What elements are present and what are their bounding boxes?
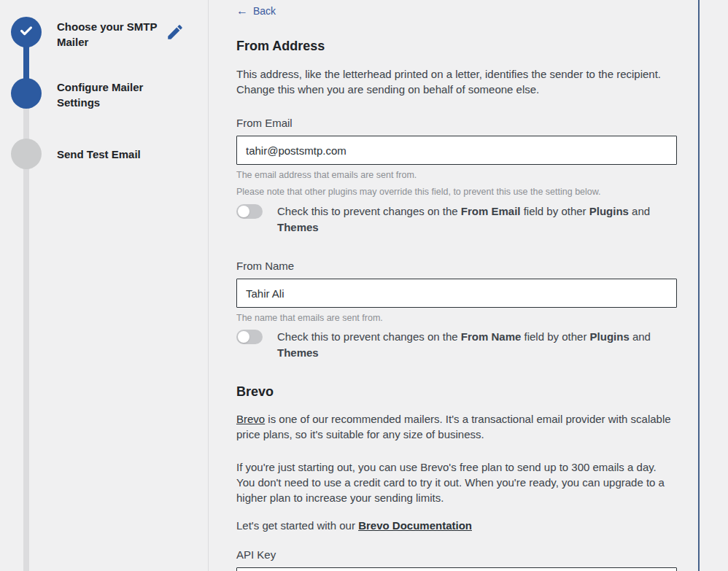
api-key-label: API Key [236,548,677,561]
from-email-force-row: Check this to prevent changes on the Fro… [236,203,677,236]
from-email-note: Please note that other plugins may overr… [236,187,677,197]
brevo-title: Brevo [236,384,677,400]
main-content: ← Back From Address This address, like t… [209,0,698,571]
toggle-text-field: From Name [461,330,522,343]
toggle-text-plugins: Plugins [590,330,630,343]
from-name-label: From Name [236,260,677,272]
from-name-force-row: Check this to prevent changes on the Fro… [236,329,677,361]
toggle-text: field by other [521,205,589,217]
smtp-setup-wizard: Choose your SMTP Mailer Configure Mailer… [0,0,728,571]
toggle-text-themes: Themes [277,346,319,359]
toggle-text-plugins: Plugins [589,205,629,217]
brevo-paragraph-2: If you're just starting out, you can use… [236,459,677,505]
from-email-label: From Email [236,117,677,129]
back-arrow-icon: ← [236,6,248,16]
step-1-label: Choose your SMTP Mailer [57,19,163,50]
stepper-sidebar: Choose your SMTP Mailer Configure Mailer… [0,0,209,571]
from-name-input[interactable] [236,279,677,308]
back-button[interactable]: ← Back [236,5,276,17]
from-address-description: This address, like the letterhead printe… [236,66,677,97]
brevo-paragraph-1-text: is one of our recommended mailers. It's … [236,413,671,440]
from-name-force-label: Check this to prevent changes on the Fro… [277,329,677,361]
from-address-title: From Address [236,39,677,54]
check-icon [18,23,34,42]
from-email-help: The email address that emails are sent f… [236,170,677,180]
step-3-circle [11,139,42,169]
api-key-input[interactable]: xkey 5b0088a34f7be-x [236,567,677,571]
brevo-paragraph-1: Brevo is one of our recommended mailers.… [236,411,677,442]
toggle-text-field: From Email [461,205,521,217]
from-email-force-toggle[interactable] [236,204,263,219]
step-3-label: Send Test Email [57,147,163,162]
brevo-documentation-link[interactable]: Brevo Documentation [358,519,472,532]
back-label: Back [253,5,276,17]
toggle-text-themes: Themes [277,221,319,233]
toggle-knob [238,331,249,343]
from-email-force-label: Check this to prevent changes on the Fro… [277,203,677,236]
from-name-force-toggle[interactable] [236,330,263,344]
step-1-circle [11,17,42,47]
from-name-help: The name that emails are sent from. [236,313,677,323]
brevo-link[interactable]: Brevo [236,413,265,425]
step-2-label: Configure Mailer Settings [57,79,163,110]
toggle-text: Check this to prevent changes on the [277,330,461,343]
right-edge-divider [698,0,700,571]
toggle-knob [238,206,249,217]
from-email-input[interactable] [236,136,677,165]
edit-pencil-icon[interactable] [166,23,185,42]
toggle-text: and [630,330,651,343]
toggle-text: field by other [521,330,589,343]
brevo-paragraph-3: Let's get started with our Brevo Documen… [236,518,677,533]
brevo-paragraph-3-text: Let's get started with our [236,519,358,532]
step-2-circle [11,78,42,109]
toggle-text: and [629,205,650,217]
toggle-text: Check this to prevent changes on the [277,205,461,217]
